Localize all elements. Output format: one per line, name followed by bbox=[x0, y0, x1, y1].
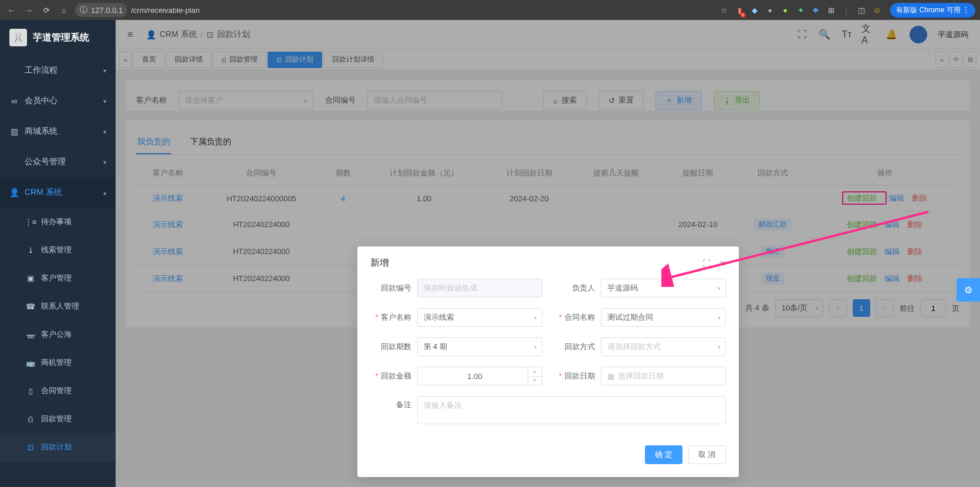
diamond-icon[interactable]: ◆ bbox=[749, 5, 760, 15]
sidebar-item-customer[interactable]: ▣客户管理 bbox=[0, 264, 116, 292]
sidebar: 🐰 芋道管理系统 工作流程▾ ∞会员中心▾ ▥商城系统▾ 公众号管理▾ 👤CRM… bbox=[0, 20, 116, 487]
field-method-select[interactable]: 请选择回款方式▾ bbox=[601, 337, 726, 356]
sidebar-group-workflow[interactable]: 工作流程▾ bbox=[0, 55, 116, 86]
sidebar-group-wechat[interactable]: 公众号管理▾ bbox=[0, 147, 116, 177]
field-amount-label: 回款金额 bbox=[370, 371, 417, 381]
contract-icon: ▯ bbox=[26, 386, 35, 395]
sidebar-group-crm[interactable]: 👤CRM 系统▴ bbox=[0, 177, 116, 208]
sidebar-item-opportunity[interactable]: 🚌商机管理 bbox=[0, 349, 116, 377]
field-customer-select[interactable]: 演示线索▾ bbox=[417, 308, 542, 327]
member-icon: ∞ bbox=[9, 96, 19, 106]
url-bar[interactable]: ⓘ 127.0.0.1 /crm/receivable-plan bbox=[75, 3, 200, 17]
nav: 工作流程▾ ∞会员中心▾ ▥商城系统▾ 公众号管理▾ 👤CRM 系统▴ ⋮≡待办… bbox=[0, 55, 116, 487]
field-no-input: 保存时自动生成 bbox=[417, 279, 542, 297]
chevron-down-icon: ▾ bbox=[534, 314, 537, 321]
person-icon: 👤 bbox=[9, 188, 19, 197]
field-date-label: 回款日期 bbox=[554, 371, 601, 381]
dot1-icon[interactable]: ● bbox=[765, 5, 775, 15]
chevron-down-icon: ▾ bbox=[103, 98, 106, 104]
sidebar-header: 🐰 芋道管理系统 bbox=[0, 20, 116, 55]
back-icon[interactable]: ← bbox=[5, 4, 18, 16]
shop-icon: ▥ bbox=[9, 127, 19, 136]
sidebar-group-shop[interactable]: ▥商城系统▾ bbox=[0, 116, 116, 147]
chevron-down-icon: ▾ bbox=[718, 344, 721, 350]
face-icon[interactable]: ☺ bbox=[871, 5, 882, 15]
reload-icon[interactable]: ⟳ bbox=[40, 4, 53, 16]
field-method-label: 回款方式 bbox=[554, 341, 601, 352]
field-contract-label: 合同名称 bbox=[554, 312, 601, 323]
opportunity-icon: 🚌 bbox=[26, 358, 35, 367]
chevron-down-icon: ▾ bbox=[718, 285, 721, 292]
chevron-down-icon: ▾ bbox=[103, 159, 106, 165]
field-amount-input[interactable]: 1.00 ▲ ▼ bbox=[417, 367, 542, 385]
star-icon[interactable]: ☆ bbox=[719, 5, 729, 15]
leaf-icon[interactable]: ✦ bbox=[795, 5, 806, 15]
todo-icon: ⋮≡ bbox=[26, 217, 35, 226]
divider-icon: | bbox=[841, 5, 851, 15]
sidebar-item-plan[interactable]: ⊡回款计划 bbox=[0, 433, 116, 461]
sidebar-item-contract[interactable]: ▯合同管理 bbox=[0, 377, 116, 405]
field-owner-select[interactable]: 芋道源码▾ bbox=[601, 279, 726, 297]
modal-ok-button[interactable]: 确 定 bbox=[645, 445, 682, 464]
browser-chrome: ← → ⟳ ⌂ ⓘ 127.0.0.1 /crm/receivable-plan… bbox=[0, 0, 980, 20]
chevron-up-icon: ▴ bbox=[103, 190, 106, 196]
modal-body: 回款编号 保存时自动生成 负责人 芋道源码▾ 客户名称 演示线索▾ 合同名称 bbox=[357, 275, 739, 438]
sidebar-item-pool[interactable]: ᚄ客户公海 bbox=[0, 320, 116, 349]
dot2-icon[interactable]: ● bbox=[780, 5, 790, 15]
info-icon: ⓘ bbox=[80, 5, 87, 15]
url-path: /crm/receivable-plan bbox=[131, 6, 200, 15]
gear-icon: ⚙ bbox=[964, 285, 972, 296]
customer-icon: ▣ bbox=[26, 273, 35, 283]
url-host: 127.0.0.1 bbox=[91, 6, 123, 15]
stack-icon[interactable]: ❖ bbox=[810, 5, 821, 15]
pool-icon: ᚄ bbox=[26, 330, 35, 339]
logo-icon: 🐰 bbox=[9, 29, 27, 46]
chevron-down-icon: ▾ bbox=[534, 344, 537, 350]
field-owner-label: 负责人 bbox=[554, 283, 601, 293]
stepper-up-icon[interactable]: ▲ bbox=[528, 367, 542, 377]
puzzle-icon[interactable]: ⊞ bbox=[826, 5, 836, 15]
forward-icon[interactable]: → bbox=[22, 4, 35, 16]
modal-header: 新增 ⛶ ✕ bbox=[357, 246, 739, 275]
field-remark-label: 备注 bbox=[370, 396, 417, 410]
fullscreen-icon[interactable]: ⛶ bbox=[702, 259, 711, 268]
receivable-icon: ⎙ bbox=[26, 414, 35, 424]
field-period-select[interactable]: 第 4 期▾ bbox=[417, 337, 542, 356]
modal-title: 新增 bbox=[370, 257, 389, 269]
sidebar-item-contact[interactable]: ☎联系人管理 bbox=[0, 292, 116, 320]
field-customer-label: 客户名称 bbox=[370, 312, 417, 323]
chevron-down-icon: ▾ bbox=[103, 67, 106, 74]
app-title: 芋道管理系统 bbox=[33, 32, 89, 44]
sidebar-item-receivable[interactable]: ⎙回款管理 bbox=[0, 405, 116, 433]
main: ≡ 👤 CRM 系统 / ⊡ 回款计划 ⛶ 🔍 Tт 文A 🔔 芋道源码 « 首… bbox=[116, 20, 980, 487]
chevron-down-icon: ▾ bbox=[103, 128, 106, 135]
sidebar-item-todo[interactable]: ⋮≡待办事项 bbox=[0, 208, 116, 236]
plan-icon: ⊡ bbox=[26, 442, 35, 452]
ext-badge-icon[interactable]: ▮ 6 bbox=[734, 5, 745, 15]
add-modal: 新增 ⛶ ✕ 回款编号 保存时自动生成 负责人 芋道源码▾ bbox=[357, 246, 739, 477]
field-no-label: 回款编号 bbox=[370, 283, 417, 293]
modal-footer: 确 定 取 消 bbox=[357, 438, 739, 477]
panel-icon[interactable]: ◫ bbox=[856, 5, 867, 15]
chrome-update-button[interactable]: 有新版 Chrome 可用 ⋮ bbox=[890, 3, 975, 18]
home-icon[interactable]: ⌂ bbox=[58, 4, 70, 16]
field-date-picker[interactable]: ▦选择回款日期 bbox=[601, 367, 726, 385]
workflow-icon bbox=[9, 66, 19, 75]
field-remark-textarea[interactable]: 请输入备注 bbox=[417, 396, 726, 424]
modal-cancel-button[interactable]: 取 消 bbox=[688, 445, 726, 464]
lead-icon: ⤓ bbox=[26, 245, 35, 255]
wechat-icon bbox=[9, 157, 19, 167]
contact-icon: ☎ bbox=[26, 302, 35, 311]
sidebar-item-lead[interactable]: ⤓线索管理 bbox=[0, 236, 116, 264]
settings-gear-button[interactable]: ⚙ bbox=[957, 278, 980, 302]
stepper-down-icon[interactable]: ▼ bbox=[528, 377, 542, 385]
calendar-icon: ▦ bbox=[607, 372, 614, 381]
field-contract-select[interactable]: 测试过期合同▾ bbox=[601, 308, 726, 327]
sidebar-group-member[interactable]: ∞会员中心▾ bbox=[0, 86, 116, 116]
chevron-down-icon: ▾ bbox=[718, 314, 721, 321]
field-period-label: 回款期数 bbox=[370, 341, 417, 352]
close-icon[interactable]: ✕ bbox=[719, 259, 726, 268]
